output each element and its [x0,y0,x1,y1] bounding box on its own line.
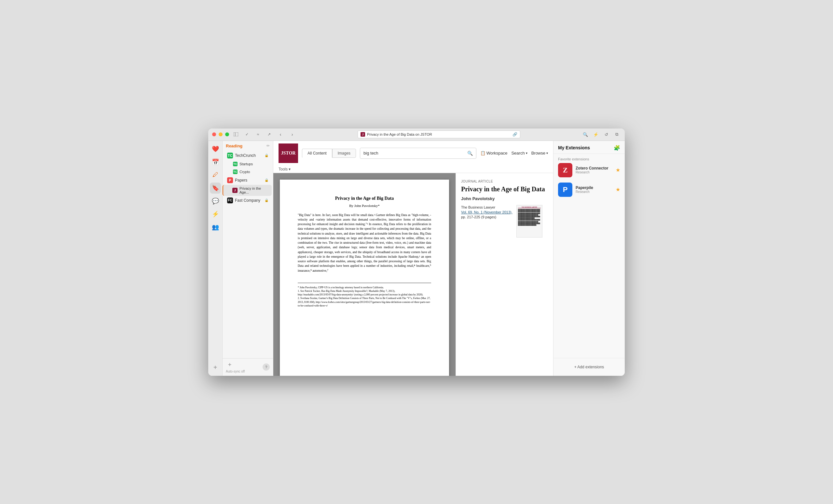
forward-button[interactable]: › [288,131,297,138]
jstor-header: JSTOR All Content Images 🔍 📋 Workspace [273,141,553,173]
extensions-panel: My Extensions 🧩 Favorite extensions Z Zo… [553,141,625,376]
sidebar-footer: + Auto-sync off ? [222,358,273,376]
sidebar-header: Reading ✏ [222,141,273,150]
article-info-panel: JOURNAL ARTICLE Privacy in the Age of Bi… [456,173,553,376]
sync-text: Auto-sync off [226,369,245,373]
title-bar-actions: 🔍 ⚡ ↺ ⧉ [581,131,621,138]
fullscreen-button[interactable] [225,133,229,136]
journal-link[interactable]: Vol. 69, No. 1 (November 2013), [461,210,513,214]
article-thumbnail: THE BUSINESS LAWYER ████████████████████… [516,205,542,238]
tools-arrow: ▾ [289,167,291,171]
svg-rect-0 [234,133,238,136]
lock-icon-techcrunch: 🔒 [265,153,268,157]
nav-icon-bookmark[interactable]: 🔖 [210,183,221,194]
footer-left: + Auto-sync off [226,361,245,373]
url-text: Privacy in the Age of Big Data on JSTOR [367,133,509,136]
zotero-info: Zotero Connector Research [576,166,612,174]
browse-label: Browse [531,151,545,155]
search-titlebar-button[interactable]: 🔍 [581,131,590,138]
sidebar-item-crypto[interactable]: TC Crypto [224,168,272,176]
jstor-search-input[interactable] [363,151,467,155]
sidebar-item-papers[interactable]: P Papers 🔒 [224,176,272,185]
papers-icon: P [227,177,233,183]
sidebar-item-techcrunch[interactable]: TC TechCrunch 🔒 [224,151,272,160]
pdf-title: Privacy in the Age of Big Data [298,196,431,201]
jstor-logo: JSTOR [279,143,298,163]
journal-name: The Business Lawyer [461,205,513,210]
url-bar[interactable]: J Privacy in the Age of Big Data on JSTO… [358,130,520,138]
crypto-icon: TC [233,169,238,174]
jstor-nav: 📋 Workspace Search ▾ Browse ▾ [480,151,548,155]
add-extensions-button[interactable]: + Add extensions [558,362,620,372]
zotero-star[interactable]: ★ [616,167,620,173]
sidebar-item-startups[interactable]: TC Startups [224,160,272,168]
title-bar-center: J Privacy in the Age of Big Data on JSTO… [300,130,578,138]
pdf-page: Privacy in the Age of Big Data By John P… [280,179,449,376]
extensions-header: My Extensions 🧩 [553,141,625,154]
nav-icon-people[interactable]: 👥 [210,222,221,233]
nav-icon-bolt[interactable]: ⚡ [210,209,221,220]
paperpile-logo: P [558,183,572,197]
zotero-category: Research [576,170,612,174]
jstor-tabs: All Content Images [302,149,356,158]
article-journal: The Business Lawyer Vol. 69, No. 1 (Nove… [461,205,513,238]
content-area: JSTOR All Content Images 🔍 📋 Workspace [273,141,553,376]
browse-button[interactable]: Browse ▾ [531,151,548,155]
tools-button[interactable]: Tools ▾ [279,167,291,171]
browser-window: ✓ ≈ ↗ ‹ › J Privacy in the Age of Big Da… [208,128,625,376]
zotero-icon-text: Z [563,166,568,174]
close-button[interactable] [212,133,216,136]
article-type: JOURNAL ARTICLE [461,179,548,183]
workspace-label: Workspace [486,151,508,155]
jstor-logo-text: JSTOR [281,151,296,156]
sidebar-title: Reading [226,143,242,148]
extensions-content: Z Zotero Connector Research ★ P Paperpil… [553,163,625,358]
extension-item-zotero: Z Zotero Connector Research ★ [558,163,620,177]
article-title: Privacy in the Age of Big Data [461,185,548,193]
jstor-search-bar[interactable]: 🔍 [360,148,476,159]
paperpile-icon-text: P [563,186,568,194]
tab-images[interactable]: Images [332,149,356,158]
sidebar-wrapper: ❤️ 📅 🖊 🔖 💬 ⚡ 👥 + Reading ✏ T [208,141,273,376]
extensions-puzzle-button[interactable]: 🧩 [614,145,620,151]
sidebar-toggle-button[interactable] [232,131,240,138]
pencil-icon[interactable]: ✏ [266,143,270,148]
nav-icon-chat[interactable]: 💬 [210,195,221,207]
privacy-label: Privacy in the Age... [239,187,268,194]
startups-icon: TC [233,162,238,166]
minimize-button[interactable] [219,133,222,136]
nav-icon-pen[interactable]: 🖊 [210,169,221,181]
search-nav-arrow: ▾ [526,151,527,155]
lock-icon-papers: 🔒 [265,178,268,182]
pdf-viewer[interactable]: Privacy in the Age of Big Data By John P… [273,173,456,376]
add-workspace-button[interactable]: + [226,361,234,369]
extensions-title: My Extensions [558,145,590,150]
checkmark-button[interactable]: ✓ [243,131,251,138]
workspace-button[interactable]: 📋 Workspace [480,151,508,155]
zotero-name: Zotero Connector [576,166,612,170]
nav-icon-add[interactable]: + [210,362,221,373]
tab-all-content[interactable]: All Content [302,149,332,158]
nav-icon-calendar[interactable]: 📅 [210,157,221,168]
nav-icon-heart[interactable]: ❤️ [210,143,221,154]
help-button[interactable]: ? [263,363,270,370]
jstor-search-icon[interactable]: 🔍 [467,151,473,156]
extensions-footer: + Add extensions [553,358,625,376]
split-view-button[interactable]: ⧉ [612,131,621,138]
sidebar-item-fastcompany[interactable]: FC Fast Company 🔒 [224,196,272,205]
jstor-tools-bar: Tools ▾ [273,166,553,173]
content-columns: Privacy in the Age of Big Data By John P… [273,173,553,376]
paperpile-name: Paperpile [576,186,612,190]
back-button[interactable]: ‹ [276,131,285,138]
refresh-button[interactable]: ↺ [602,131,611,138]
search-nav-label: Search [511,151,525,155]
share-button[interactable]: ↗ [265,131,273,138]
paperpile-star[interactable]: ★ [616,187,620,193]
sort-button[interactable]: ≈ [254,131,262,138]
sidebar-content: Reading ✏ TC TechCrunch 🔒 TC Startups [222,141,273,376]
techcrunch-icon: TC [227,152,233,159]
fastcompany-icon: FC [227,197,233,203]
sidebar-item-privacy[interactable]: J Privacy in the Age... [222,185,272,196]
search-nav-button[interactable]: Search ▾ [511,151,527,155]
boost-button[interactable]: ⚡ [592,131,600,138]
